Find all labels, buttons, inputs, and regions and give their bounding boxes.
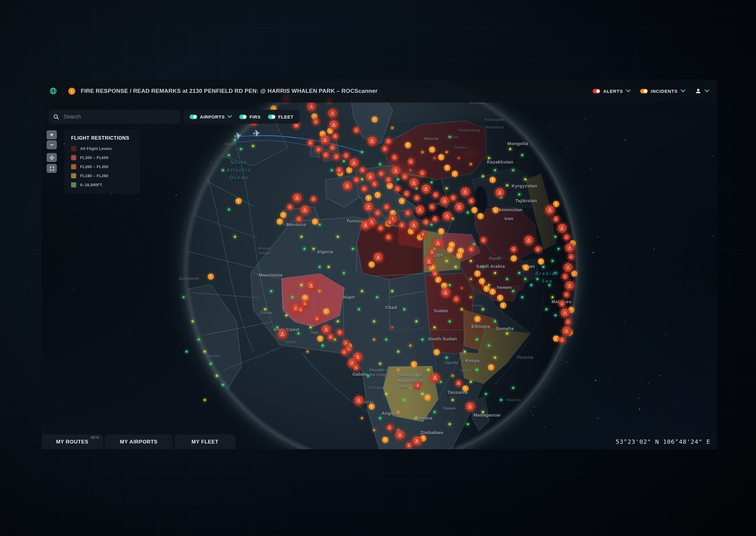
- alert-marker[interactable]: ⚠: [387, 424, 393, 431]
- incident-marker[interactable]: !: [493, 207, 499, 214]
- alert-marker[interactable]: ⚠: [333, 153, 340, 160]
- alert-marker[interactable]: ⚠: [310, 196, 317, 203]
- alert-marker[interactable]: ⚠: [414, 195, 420, 201]
- alert-marker[interactable]: ⚠: [455, 380, 462, 387]
- alert-marker[interactable]: ⚠: [278, 329, 287, 339]
- incident-marker[interactable]: !: [444, 165, 451, 171]
- alert-marker[interactable]: ⚠: [368, 137, 377, 146]
- incident-marker[interactable]: !: [488, 364, 495, 371]
- alert-marker[interactable]: ⚠: [553, 216, 560, 222]
- alert-marker[interactable]: ⚠: [420, 231, 427, 238]
- incident-marker[interactable]: !: [458, 248, 464, 254]
- alert-marker[interactable]: ⚠: [307, 281, 316, 290]
- user-menu[interactable]: [695, 88, 709, 94]
- alert-marker[interactable]: ⚠: [391, 166, 401, 176]
- incident-marker[interactable]: !: [399, 198, 405, 204]
- incident-marker[interactable]: !: [365, 195, 372, 201]
- alert-marker[interactable]: ⚠: [364, 203, 373, 212]
- alert-marker[interactable]: ⚠: [559, 300, 566, 307]
- alert-marker[interactable]: ⚠: [374, 253, 383, 262]
- alert-marker[interactable]: ⚠: [353, 127, 360, 134]
- incident-marker[interactable]: !: [312, 218, 319, 225]
- alert-marker[interactable]: ⚠: [564, 291, 570, 298]
- layer-toggle-airports[interactable]: AIRPORTS: [189, 114, 232, 119]
- incident-marker[interactable]: !: [277, 218, 283, 225]
- incident-marker[interactable]: !: [323, 308, 329, 315]
- incident-marker[interactable]: !: [523, 264, 529, 271]
- alert-marker[interactable]: ⚠: [382, 146, 388, 152]
- incident-marker[interactable]: !: [434, 349, 440, 355]
- alert-marker[interactable]: ⚠: [398, 222, 405, 228]
- fullscreen-button[interactable]: [47, 164, 57, 173]
- alert-marker[interactable]: ⚠: [455, 203, 464, 212]
- chevron-down-icon[interactable]: [681, 89, 685, 92]
- incident-marker[interactable]: !: [438, 154, 445, 160]
- alert-marker[interactable]: ⚠: [534, 246, 541, 253]
- alert-marker[interactable]: ⚠: [395, 430, 405, 440]
- incident-marker[interactable]: !: [490, 289, 496, 295]
- alert-marker[interactable]: ⚠: [409, 178, 419, 188]
- layer-toggle-fleet[interactable]: FLEET: [268, 114, 293, 119]
- alert-marker[interactable]: ⚠: [383, 204, 390, 211]
- toggle-on-icon[interactable]: [239, 115, 247, 119]
- alert-marker[interactable]: ⚠: [558, 224, 567, 233]
- alert-marker[interactable]: ⚠: [301, 206, 310, 215]
- alert-marker[interactable]: ⚠: [355, 396, 364, 405]
- alert-marker[interactable]: ⚠: [434, 239, 443, 248]
- alert-marker[interactable]: ⚠: [419, 170, 426, 177]
- incident-marker[interactable]: !: [411, 361, 417, 368]
- toggle-on-icon[interactable]: [268, 115, 275, 119]
- user-icon[interactable]: [695, 88, 702, 94]
- alert-marker[interactable]: ⚠: [430, 373, 440, 383]
- alert-marker[interactable]: ⚠: [429, 204, 435, 211]
- incident-marker[interactable]: !: [497, 295, 503, 301]
- alert-marker[interactable]: ⚠: [425, 257, 434, 266]
- incident-marker[interactable]: !: [484, 286, 490, 292]
- alert-marker[interactable]: ⚠: [565, 318, 571, 325]
- incidents-toggle[interactable]: [640, 89, 648, 93]
- alert-marker[interactable]: ⚠: [313, 118, 319, 125]
- layer-toggle-firs[interactable]: FIRS: [239, 114, 261, 119]
- alert-marker[interactable]: ⚠: [559, 337, 566, 344]
- incident-marker[interactable]: !: [500, 302, 506, 309]
- alert-marker[interactable]: ⚠: [429, 249, 435, 256]
- incident-marker[interactable]: !: [208, 274, 214, 280]
- alert-marker[interactable]: ⚠: [568, 253, 574, 260]
- alert-marker[interactable]: ⚠: [441, 288, 451, 297]
- tab-my-airports[interactable]: MY AIRPORTS: [105, 434, 173, 449]
- alert-marker[interactable]: ⚠: [423, 219, 430, 225]
- alert-marker[interactable]: ⚠: [564, 234, 570, 241]
- alert-marker[interactable]: ⚠: [297, 307, 304, 313]
- aircraft-icon[interactable]: ✈: [253, 128, 261, 139]
- zoom-out-button[interactable]: −: [47, 140, 57, 149]
- alert-marker[interactable]: ⚠: [321, 135, 330, 145]
- incident-marker[interactable]: !: [317, 336, 324, 342]
- alert-marker[interactable]: ⚠: [495, 188, 505, 197]
- incident-marker[interactable]: !: [463, 385, 469, 392]
- incident-marker[interactable]: !: [280, 212, 287, 218]
- alert-marker[interactable]: ⚠: [332, 133, 339, 140]
- incident-marker[interactable]: !: [375, 192, 381, 198]
- alert-marker[interactable]: ⚠: [565, 281, 574, 290]
- alert-marker[interactable]: ⚠: [377, 225, 384, 232]
- alert-marker[interactable]: ⚠: [561, 308, 570, 318]
- alert-marker[interactable]: ⚠: [432, 270, 438, 277]
- alert-marker[interactable]: ⚠: [287, 204, 293, 211]
- alert-marker[interactable]: ⚠: [378, 171, 385, 177]
- alert-marker[interactable]: ⚠: [353, 177, 360, 183]
- toggle-on-icon[interactable]: [189, 115, 197, 119]
- alert-marker[interactable]: ⚠: [440, 196, 450, 206]
- alert-marker[interactable]: ⚠: [353, 364, 360, 371]
- alert-marker[interactable]: ⚠: [343, 152, 350, 159]
- incident-marker[interactable]: !: [438, 228, 445, 235]
- alert-marker[interactable]: ⚠: [450, 195, 457, 201]
- search-input[interactable]: [63, 113, 176, 120]
- incident-marker[interactable]: !: [477, 213, 484, 219]
- alert-marker[interactable]: ⚠: [432, 192, 439, 198]
- alert-marker[interactable]: ⚠: [361, 221, 370, 230]
- alert-marker[interactable]: ⚠: [406, 442, 412, 449]
- incident-marker[interactable]: !: [425, 394, 431, 401]
- incident-marker[interactable]: !: [479, 278, 485, 285]
- alert-marker[interactable]: ⚠: [391, 154, 398, 161]
- alert-marker[interactable]: ⚠: [466, 402, 475, 412]
